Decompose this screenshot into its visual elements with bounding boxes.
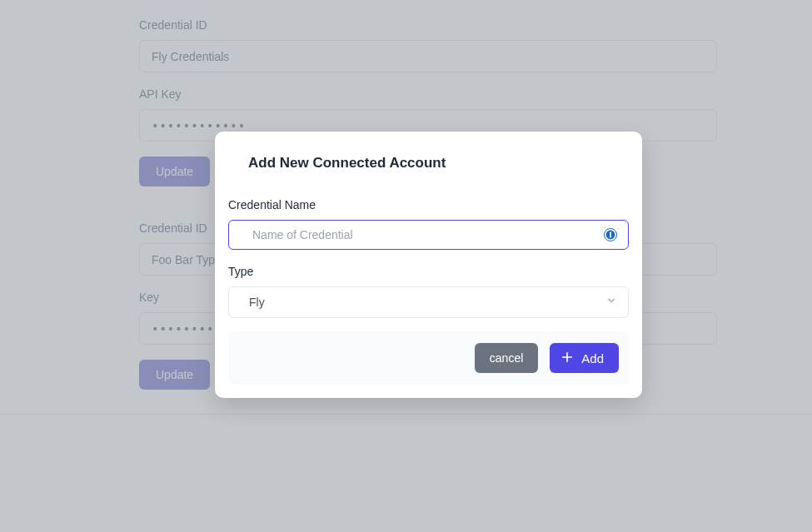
- type-label: Type: [228, 265, 629, 278]
- credential-name-label: Credential Name: [228, 198, 629, 211]
- modal-title: Add New Connected Account: [248, 155, 629, 172]
- add-button[interactable]: Add: [550, 343, 619, 373]
- plus-icon: [560, 350, 575, 367]
- cancel-button[interactable]: cancel: [475, 343, 538, 373]
- password-manager-icon[interactable]: [604, 228, 617, 241]
- add-connected-account-modal: Add New Connected Account Credential Nam…: [215, 132, 642, 398]
- svg-rect-2: [610, 231, 611, 237]
- add-button-label: Add: [581, 351, 604, 365]
- credential-name-input[interactable]: [228, 220, 629, 250]
- type-select[interactable]: Fly: [228, 286, 629, 318]
- modal-actions: cancel Add: [228, 331, 629, 385]
